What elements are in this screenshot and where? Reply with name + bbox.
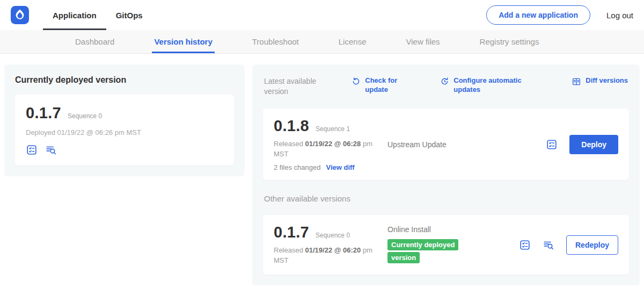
- subnav-license-label: License: [339, 37, 367, 46]
- subnav-troubleshoot-label: Troubleshoot: [252, 37, 299, 46]
- online-install-label: Online Install: [387, 225, 519, 234]
- upstream-update-label: Upstream Update: [387, 140, 447, 149]
- subnav-item-version-history[interactable]: Version history: [153, 30, 213, 53]
- check-for-update-label: Check for update: [365, 76, 402, 95]
- released-prefix: Released: [274, 140, 305, 148]
- refresh-icon: [352, 77, 361, 86]
- configure-automatic-updates-button[interactable]: Configure automatic updates: [440, 76, 534, 95]
- released-date: 01/19/22 @ 06:20: [305, 246, 361, 254]
- tab-gitops[interactable]: GitOps: [106, 0, 152, 30]
- latest-version-header: Latest available version Check for updat…: [263, 75, 629, 97]
- diff-versions-icon: [572, 77, 581, 87]
- subnav-item-license[interactable]: License: [338, 30, 368, 53]
- subnav-version-history-label: Version history: [154, 37, 212, 46]
- other-released-timestamp: Released 01/19/22 @ 06:20 pm MST: [274, 246, 376, 266]
- configure-automatic-updates-label: Configure automatic updates: [453, 76, 534, 95]
- diff-versions-button[interactable]: Diff versions: [572, 76, 628, 87]
- deployed-actions-row: [26, 144, 223, 156]
- currently-deployed-badge: Currently deployed version: [387, 239, 458, 263]
- top-navbar: Application GitOps Add a new application…: [0, 0, 644, 30]
- deployed-version-row: 0.1.7 Sequence 0: [26, 104, 223, 122]
- latest-card-source: Upstream Update: [387, 140, 546, 149]
- logout-link[interactable]: Log out: [606, 11, 633, 20]
- diff-versions-label: Diff versions: [586, 76, 628, 85]
- release-notes-icon[interactable]: [26, 144, 38, 156]
- tab-gitops-label: GitOps: [116, 11, 143, 20]
- latest-released-timestamp: Released 01/19/22 @ 06:28 pm MST: [274, 139, 376, 160]
- release-notes-icon[interactable]: [546, 139, 558, 150]
- app-logo-icon[interactable]: [11, 6, 29, 24]
- other-card-actions: Redeploy: [519, 235, 618, 255]
- tab-application[interactable]: Application: [43, 0, 106, 30]
- subnav-view-files-label: View files: [406, 37, 440, 46]
- tab-application-label: Application: [53, 11, 97, 20]
- subnav-item-dashboard[interactable]: Dashboard: [74, 30, 115, 53]
- header-actions: Check for update Configure automatic upd…: [352, 76, 628, 95]
- redeploy-button[interactable]: Redeploy: [566, 235, 618, 255]
- latest-version-title: Latest available version: [264, 76, 334, 97]
- other-card-source: Online Install Currently deployed versio…: [387, 225, 519, 264]
- main-content: Currently deployed version 0.1.7 Sequenc…: [0, 54, 644, 285]
- other-card-info: 0.1.7 Sequence 0 Released 01/19/22 @ 06:…: [274, 224, 387, 266]
- file-diff-icon[interactable]: [543, 239, 554, 251]
- other-versions-title: Other available versions: [264, 194, 628, 203]
- released-prefix: Released: [274, 246, 305, 254]
- schedule-update-icon: [440, 77, 449, 86]
- subnav-dashboard-label: Dashboard: [75, 37, 114, 46]
- deployed-sequence-label: Sequence 0: [68, 112, 102, 120]
- subnav-item-view-files[interactable]: View files: [405, 30, 441, 53]
- latest-version-row: 0.1.8 Sequence 1: [274, 117, 387, 135]
- released-date: 01/19/22 @ 06:28: [305, 140, 361, 148]
- deployed-timestamp: Deployed 01/19/22 @ 06:26 pm MST: [26, 128, 223, 136]
- latest-version-number: 0.1.8: [274, 117, 309, 135]
- currently-deployed-title: Currently deployed version: [15, 75, 234, 85]
- deployed-version-number: 0.1.7: [26, 104, 61, 122]
- available-versions-panel: Latest available version Check for updat…: [252, 64, 640, 285]
- latest-version-card: 0.1.8 Sequence 1 Released 01/19/22 @ 06:…: [263, 109, 629, 181]
- other-version-card: 0.1.7 Sequence 0 Released 01/19/22 @ 06:…: [263, 215, 629, 275]
- check-for-update-button[interactable]: Check for update: [352, 76, 402, 95]
- release-notes-icon[interactable]: [519, 239, 531, 251]
- latest-card-info: 0.1.8 Sequence 1 Released 01/19/22 @ 06:…: [274, 117, 387, 172]
- deployed-version-card: 0.1.7 Sequence 0 Deployed 01/19/22 @ 06:…: [15, 95, 234, 165]
- deploy-button[interactable]: Deploy: [569, 135, 618, 154]
- deployed-badge-wrap: Currently deployed version: [387, 239, 471, 264]
- other-version-row: 0.1.7 Sequence 0: [274, 224, 387, 241]
- view-diff-link[interactable]: View diff: [326, 163, 354, 171]
- other-sequence-label: Sequence 0: [316, 232, 350, 239]
- app-subnav: Dashboard Version history Troubleshoot L…: [0, 30, 644, 54]
- add-application-button[interactable]: Add a new application: [486, 5, 590, 25]
- files-changed-row: 2 files changed View diff: [274, 163, 387, 171]
- subnav-registry-settings-label: Registry settings: [480, 37, 539, 46]
- latest-card-actions: Deploy: [546, 135, 618, 154]
- other-version-number: 0.1.7: [274, 224, 309, 241]
- files-changed-label: 2 files changed: [274, 163, 320, 171]
- currently-deployed-panel: Currently deployed version 0.1.7 Sequenc…: [4, 64, 245, 176]
- subnav-item-registry-settings[interactable]: Registry settings: [479, 30, 540, 53]
- file-diff-icon[interactable]: [45, 144, 57, 156]
- subnav-item-troubleshoot[interactable]: Troubleshoot: [251, 30, 300, 53]
- latest-sequence-label: Sequence 1: [316, 125, 350, 133]
